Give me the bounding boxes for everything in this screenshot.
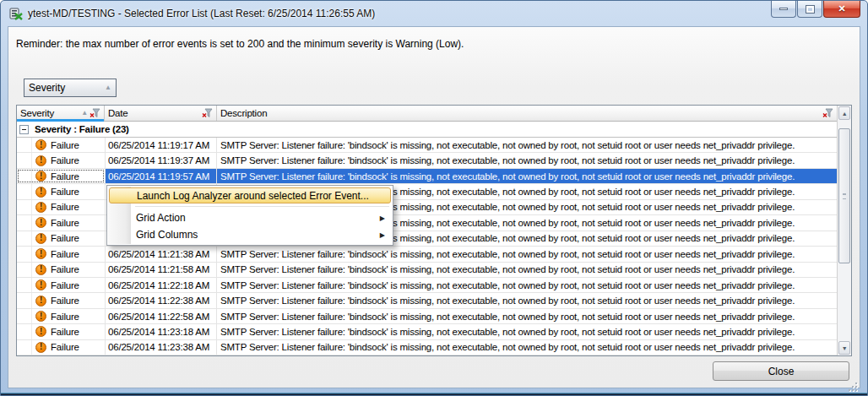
failure-icon: ! (35, 311, 46, 322)
severity-label: Failure (51, 233, 79, 243)
table-row[interactable]: ! Failure 06/25/2014 11:23:38 AM SMTP Se… (17, 340, 837, 355)
severity-cell: ! Failure (17, 231, 105, 246)
row-date: 06/25/2014 11:23:38 AM (105, 340, 217, 355)
group-indent (19, 231, 32, 246)
severity-label: Failure (51, 218, 79, 228)
severity-cell: ! Failure (17, 278, 105, 292)
minimize-button[interactable] (771, 1, 796, 18)
grid-header: Severity ▲ Date Description (17, 106, 837, 122)
column-label: Date (108, 108, 200, 118)
filter-icon[interactable] (822, 108, 833, 118)
severity-cell: ! Failure (17, 309, 105, 323)
reminder-text: Reminder: the max number of error events… (16, 38, 464, 50)
scroll-down-button[interactable]: ▼ (838, 341, 850, 355)
failure-icon: ! (35, 342, 46, 353)
group-header-row[interactable]: Severity : Failure (23) (17, 122, 837, 138)
row-date: 06/25/2014 11:21:58 AM (105, 263, 217, 277)
row-date: 06/25/2014 11:19:17 AM (105, 138, 217, 152)
row-description: SMTP Server: Listener failure: 'bindsock… (217, 293, 837, 307)
table-row[interactable]: ! Failure 06/25/2014 11:19:37 AM SMTP Se… (17, 153, 837, 168)
severity-label: Failure (51, 155, 79, 165)
severity-cell: ! Failure (17, 340, 105, 355)
row-description: SMTP Server: Listener failure: 'bindsock… (217, 309, 837, 323)
row-date: 06/25/2014 11:19:37 AM (105, 153, 217, 167)
collapse-group-icon[interactable] (19, 125, 29, 134)
sort-ascending-icon: ▲ (81, 110, 88, 117)
group-by-chip-severity[interactable]: Severity ▲ (24, 79, 117, 97)
table-row[interactable]: ! Failure 06/25/2014 11:21:58 AM SMTP Se… (17, 263, 837, 278)
failure-icon: ! (35, 202, 46, 213)
maximize-button[interactable] (797, 1, 822, 18)
column-header-severity[interactable]: Severity ▲ (17, 106, 105, 121)
submenu-arrow-icon: ▶ (380, 231, 385, 239)
severity-cell: ! Failure (17, 153, 105, 167)
severity-label: Failure (51, 296, 79, 306)
menu-item-label: Grid Action (136, 212, 186, 224)
group-indent (19, 247, 32, 261)
app-icon (9, 7, 23, 20)
failure-icon: ! (35, 248, 46, 259)
severity-cell: ! Failure (17, 169, 105, 183)
group-indent (19, 200, 32, 214)
group-indent (19, 153, 32, 167)
filter-icon[interactable] (202, 108, 213, 118)
table-row[interactable]: ! Failure 06/25/2014 11:22:38 AM SMTP Se… (17, 293, 837, 308)
scrollbar-thumb[interactable] (838, 128, 850, 263)
severity-label: Failure (51, 249, 79, 259)
maximize-icon (806, 6, 814, 13)
menu-item-launch-log-analyzer[interactable]: Launch Log Analyzer around selected Erro… (109, 187, 391, 203)
vertical-scrollbar[interactable]: ▲ ▼ (837, 106, 851, 355)
table-row[interactable]: ! Failure 06/25/2014 11:19:57 AM SMTP Se… (17, 169, 837, 184)
window-controls: ✕ (771, 1, 860, 18)
group-indent (19, 309, 32, 323)
filter-icon[interactable] (90, 108, 100, 118)
severity-label: Failure (51, 171, 79, 182)
failure-icon: ! (35, 155, 46, 166)
row-date: 06/25/2014 11:21:38 AM (105, 247, 217, 261)
severity-label: Failure (51, 312, 79, 322)
group-indent (19, 324, 32, 339)
group-indent (19, 263, 32, 277)
menu-item-grid-action[interactable]: Grid Action ▶ (109, 209, 391, 226)
severity-label: Failure (51, 327, 79, 337)
table-row[interactable]: ! Failure 06/25/2014 11:23:18 AM SMTP Se… (17, 324, 837, 339)
dialog-window: ytest-MD/TESTING - Selected Error List (… (0, 0, 868, 396)
close-button[interactable]: Close (713, 361, 849, 381)
close-window-button[interactable]: ✕ (823, 1, 860, 18)
group-indent (19, 215, 32, 230)
row-description: SMTP Server: Listener failure: 'bindsock… (217, 340, 837, 355)
row-description: SMTP Server: Listener failure: 'bindsock… (217, 169, 837, 183)
column-header-date[interactable]: Date (105, 106, 217, 121)
table-row[interactable]: ! Failure 06/25/2014 11:21:38 AM SMTP Se… (17, 247, 837, 262)
severity-cell: ! Failure (17, 247, 105, 261)
context-menu: Launch Log Analyzer around selected Erro… (106, 185, 393, 246)
column-header-description[interactable]: Description (217, 106, 837, 121)
group-indent (19, 278, 32, 292)
severity-cell: ! Failure (17, 263, 105, 277)
close-icon: ✕ (838, 3, 845, 14)
failure-icon: ! (35, 217, 46, 228)
severity-label: Failure (51, 264, 79, 274)
severity-cell: ! Failure (17, 215, 105, 230)
group-indent (19, 293, 32, 307)
severity-label: Failure (51, 140, 79, 150)
table-row[interactable]: ! Failure 06/25/2014 11:19:17 AM SMTP Se… (17, 138, 837, 153)
group-indent (19, 138, 32, 152)
severity-label: Failure (51, 342, 79, 352)
group-header-label: Severity : Failure (23) (35, 124, 129, 134)
menu-item-grid-columns[interactable]: Grid Columns ▶ (109, 226, 391, 243)
row-date: 06/25/2014 11:22:18 AM (105, 278, 217, 292)
row-date: 06/25/2014 11:22:38 AM (105, 293, 217, 307)
resize-grip[interactable] (847, 381, 857, 391)
severity-label: Failure (51, 202, 79, 212)
row-date: 06/25/2014 11:23:18 AM (105, 324, 217, 339)
row-description: SMTP Server: Listener failure: 'bindsock… (217, 247, 837, 261)
titlebar[interactable]: ytest-MD/TESTING - Selected Error List (… (1, 1, 867, 26)
sort-ascending-icon: ▲ (105, 84, 111, 91)
table-row[interactable]: ! Failure 06/25/2014 11:22:58 AM SMTP Se… (17, 309, 837, 324)
group-indent (19, 184, 32, 198)
table-row[interactable]: ! Failure 06/25/2014 11:22:18 AM SMTP Se… (17, 278, 837, 293)
failure-icon: ! (35, 187, 46, 198)
scroll-up-button[interactable]: ▲ (838, 106, 850, 120)
menu-item-label: Grid Columns (136, 229, 198, 241)
